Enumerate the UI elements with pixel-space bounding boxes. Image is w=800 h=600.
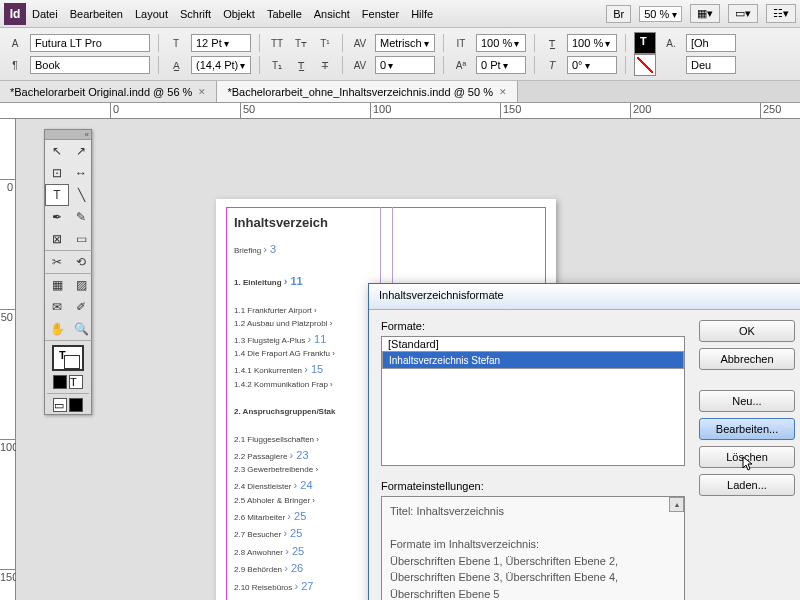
baseline-select[interactable]: 0 Pt ▾	[476, 56, 526, 74]
para-format-icon[interactable]: ¶	[6, 56, 24, 74]
menu-hilfe[interactable]: Hilfe	[411, 8, 433, 20]
language-select[interactable]: Deu	[686, 56, 736, 74]
hscale-select[interactable]: 100 % ▾	[567, 34, 617, 52]
menu-tabelle[interactable]: Tabelle	[267, 8, 302, 20]
canvas[interactable]: « ↖ ↗ ⊡ ↔ T ╲ ✒ ✎ ⊠ ▭ ✂ ⟲ ▦ ▨ ✉ ✐ ✋	[16, 119, 800, 600]
format-container-icon[interactable]: T	[69, 375, 83, 389]
control-bar: A Futura LT Pro T 12 Pt ▾ TT Tᴛ T¹ A͏V M…	[0, 28, 800, 81]
screen-mode-button[interactable]: ▭▾	[728, 4, 758, 23]
settings-preview: ▴ ▾ Titel: Inhaltsverzeichnis Formate im…	[381, 496, 685, 600]
type-tool[interactable]: T	[45, 184, 69, 206]
load-button[interactable]: Laden...	[699, 474, 795, 496]
stroke-swatch[interactable]	[634, 54, 656, 76]
titlebar: Id DateiBearbeitenLayoutSchriftObjektTab…	[0, 0, 800, 28]
allcaps-icon[interactable]: TT	[268, 34, 286, 52]
tracking-icon: AV	[351, 56, 369, 74]
gap-tool[interactable]: ↔	[69, 162, 93, 184]
arrange-button[interactable]: ☷▾	[766, 4, 796, 23]
menu-ansicht[interactable]: Ansicht	[314, 8, 350, 20]
kerning-icon: A͏V	[351, 34, 369, 52]
skew-select[interactable]: 0° ▾	[567, 56, 617, 74]
vscale-select[interactable]: 100 % ▾	[476, 34, 526, 52]
underline-icon[interactable]: T̲	[292, 56, 310, 74]
cancel-button[interactable]: Abbrechen	[699, 348, 795, 370]
bridge-button[interactable]: Br	[606, 5, 631, 23]
menu-datei[interactable]: Datei	[32, 8, 58, 20]
menu-layout[interactable]: Layout	[135, 8, 168, 20]
line-tool[interactable]: ╲	[69, 184, 93, 206]
char-format-icon[interactable]: A	[6, 34, 24, 52]
font-style-select[interactable]: Book	[30, 56, 150, 74]
list-item[interactable]: [Standard]	[382, 337, 684, 351]
char-style-select[interactable]: [Oh	[686, 34, 736, 52]
delete-button[interactable]: Löschen	[699, 446, 795, 468]
hscale-icon: T̲	[543, 34, 561, 52]
close-icon[interactable]: ✕	[499, 87, 507, 97]
char-style-icon[interactable]: A.	[662, 34, 680, 52]
preview-view-icon[interactable]	[69, 398, 83, 412]
toc-title: Inhaltsverzeich	[234, 213, 538, 233]
selection-tool[interactable]: ↖	[45, 140, 69, 162]
tracking-select[interactable]: 0 ▾	[375, 56, 435, 74]
font-size-select[interactable]: 12 Pt ▾	[191, 34, 251, 52]
scroll-up-icon[interactable]: ▴	[669, 497, 684, 512]
skew-icon: T	[543, 56, 561, 74]
gradient-feather-tool[interactable]: ▨	[69, 274, 93, 296]
eyedropper-tool[interactable]: ✐	[69, 296, 93, 318]
app-icon: Id	[4, 3, 26, 25]
document-tab[interactable]: *Bachelorarbeit Original.indd @ 56 %✕	[0, 81, 217, 102]
toc-formats-dialog: Inhaltsverzeichnisformate Formate: [Stan…	[368, 283, 800, 600]
menu-objekt[interactable]: Objekt	[223, 8, 255, 20]
hand-tool[interactable]: ✋	[45, 318, 69, 340]
zoom-select[interactable]: 50 % ▾	[639, 6, 682, 22]
superscript-icon[interactable]: T¹	[316, 34, 334, 52]
subscript-icon[interactable]: T₁	[268, 56, 286, 74]
dialog-title: Inhaltsverzeichnisformate	[369, 284, 800, 310]
transform-tool[interactable]: ⟲	[69, 251, 93, 273]
page-tool[interactable]: ⊡	[45, 162, 69, 184]
vscale-icon: IT	[452, 34, 470, 52]
scissors-tool[interactable]: ✂	[45, 251, 69, 273]
leading-icon: A̲	[167, 56, 185, 74]
pencil-tool[interactable]: ✎	[69, 206, 93, 228]
strikethrough-icon[interactable]: T̶	[316, 56, 334, 74]
kerning-select[interactable]: Metrisch ▾	[375, 34, 435, 52]
rectangle-tool[interactable]: ▭	[69, 228, 93, 250]
tools-panel: « ↖ ↗ ⊡ ↔ T ╲ ✒ ✎ ⊠ ▭ ✂ ⟲ ▦ ▨ ✉ ✐ ✋	[44, 129, 92, 415]
close-icon[interactable]: ✕	[198, 87, 206, 97]
formats-label: Formate:	[381, 320, 685, 332]
edit-button[interactable]: Bearbeiten...	[699, 418, 795, 440]
workspace: 050100150 « ↖ ↗ ⊡ ↔ T ╲ ✒ ✎ ⊠ ▭ ✂ ⟲ ▦ ▨	[0, 119, 800, 600]
ok-button[interactable]: OK	[699, 320, 795, 342]
font-family-select[interactable]: Futura LT Pro	[30, 34, 150, 52]
font-size-icon: T	[167, 34, 185, 52]
list-item[interactable]: Inhaltsverzeichnis Stefan	[382, 351, 684, 369]
formats-listbox[interactable]: [Standard]Inhaltsverzeichnis Stefan	[381, 336, 685, 466]
view-options-button[interactable]: ▦▾	[690, 4, 720, 23]
baseline-icon: Aª	[452, 56, 470, 74]
fill-swatch[interactable]: T	[634, 32, 656, 54]
document-tab[interactable]: *Bachelorarbeit_ohne_Inhaltsverzeichnis.…	[217, 81, 518, 102]
toc-line: Briefing › 3	[234, 241, 538, 258]
note-tool[interactable]: ✉	[45, 296, 69, 318]
vertical-ruler: 050100150	[0, 119, 16, 600]
panel-collapse-icon[interactable]: «	[45, 130, 91, 140]
apply-color-icon[interactable]	[53, 375, 67, 389]
rectangle-frame-tool[interactable]: ⊠	[45, 228, 69, 250]
zoom-tool[interactable]: 🔍	[69, 318, 93, 340]
normal-view-icon[interactable]: ▭	[53, 398, 67, 412]
main-menu: DateiBearbeitenLayoutSchriftObjektTabell…	[32, 8, 433, 20]
gradient-tool[interactable]: ▦	[45, 274, 69, 296]
settings-label: Formateinstellungen:	[381, 480, 685, 492]
pen-tool[interactable]: ✒	[45, 206, 69, 228]
direct-selection-tool[interactable]: ↗	[69, 140, 93, 162]
smallcaps-icon[interactable]: Tᴛ	[292, 34, 310, 52]
document-tabs: *Bachelorarbeit Original.indd @ 56 %✕*Ba…	[0, 81, 800, 103]
menu-bearbeiten[interactable]: Bearbeiten	[70, 8, 123, 20]
tab-label: *Bachelorarbeit Original.indd @ 56 %	[10, 86, 192, 98]
new-button[interactable]: Neu...	[699, 390, 795, 412]
menu-fenster[interactable]: Fenster	[362, 8, 399, 20]
leading-select[interactable]: (14,4 Pt) ▾	[191, 56, 251, 74]
fill-stroke-swatch[interactable]: T	[52, 345, 84, 371]
menu-schrift[interactable]: Schrift	[180, 8, 211, 20]
